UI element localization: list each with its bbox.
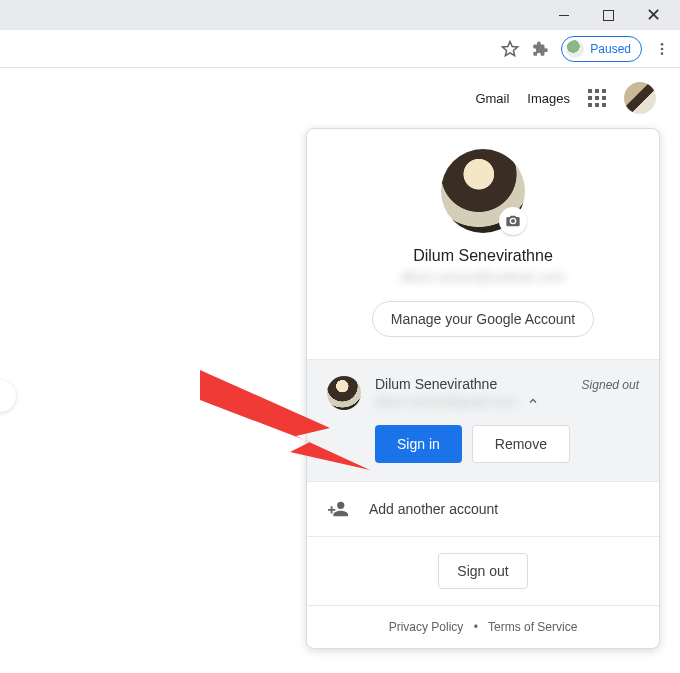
add-account-row[interactable]: Add another account: [307, 481, 659, 536]
close-button[interactable]: ✕: [631, 0, 676, 30]
account-avatar[interactable]: [624, 82, 656, 114]
restore-button[interactable]: [586, 0, 631, 30]
gmail-link[interactable]: Gmail: [475, 91, 509, 106]
extensions-icon[interactable]: [531, 40, 549, 58]
minimize-button[interactable]: [541, 0, 586, 30]
popup-primary-section: Dilum Senevirathne dilum.senev@outlook.c…: [307, 129, 659, 359]
primary-name: Dilum Senevirathne: [327, 247, 639, 265]
profile-paused-pill[interactable]: Paused: [561, 36, 642, 62]
add-person-icon: [327, 498, 349, 520]
popup-footer: Privacy Policy • Terms of Service: [307, 605, 659, 648]
primary-avatar-wrap[interactable]: [441, 149, 525, 233]
account-popup: Dilum Senevirathne dilum.senev@outlook.c…: [306, 128, 660, 649]
alt-email: dilum.senev@gmail.com: [375, 394, 517, 409]
toolbar: Paused: [0, 30, 680, 68]
sign-in-button[interactable]: Sign in: [375, 425, 462, 463]
signed-out-label: Signed out: [582, 378, 639, 392]
paused-label: Paused: [590, 42, 631, 56]
footer-separator: •: [474, 620, 478, 634]
remove-button[interactable]: Remove: [472, 425, 570, 463]
page-edge-button[interactable]: [0, 380, 16, 412]
terms-link[interactable]: Terms of Service: [488, 620, 577, 634]
privacy-link[interactable]: Privacy Policy: [389, 620, 464, 634]
sign-out-button[interactable]: Sign out: [438, 553, 527, 589]
alt-account-row[interactable]: Dilum Senevirathne dilum.senev@gmail.com…: [327, 376, 639, 411]
alt-account-section: Dilum Senevirathne dilum.senev@gmail.com…: [307, 359, 659, 481]
browser-menu-icon[interactable]: [654, 41, 670, 57]
images-link[interactable]: Images: [527, 91, 570, 106]
primary-email: dilum.senev@outlook.com: [327, 269, 639, 285]
svg-point-1: [661, 47, 664, 50]
profile-dot-icon: [566, 40, 584, 58]
signout-section: Sign out: [307, 536, 659, 605]
google-header: Gmail Images: [0, 74, 680, 122]
apps-grid-icon[interactable]: [588, 89, 606, 107]
manage-account-button[interactable]: Manage your Google Account: [372, 301, 594, 337]
window-titlebar: ✕: [0, 0, 680, 30]
svg-point-2: [661, 52, 664, 55]
camera-icon[interactable]: [499, 207, 527, 235]
add-account-label: Add another account: [369, 501, 498, 517]
chevron-up-icon[interactable]: [527, 393, 539, 411]
bookmark-star-icon[interactable]: [501, 40, 519, 58]
alt-avatar: [327, 376, 361, 410]
svg-point-0: [661, 43, 664, 46]
